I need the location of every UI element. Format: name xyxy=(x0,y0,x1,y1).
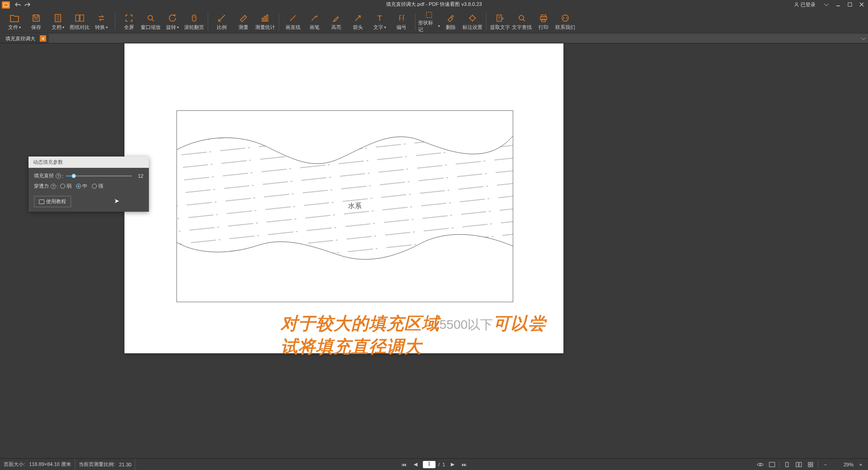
first-page-button[interactable]: ⏮ xyxy=(399,460,408,469)
tool-全屏[interactable]: 全屏 xyxy=(118,10,140,33)
tool-icon xyxy=(10,12,19,24)
tab-label: 填充直径调大 xyxy=(5,35,35,42)
maximize-button[interactable] xyxy=(845,1,854,8)
tool-icon xyxy=(424,10,434,19)
svg-rect-33 xyxy=(786,462,788,467)
pdf-page[interactable]: 水系 对于较大的填充区域5500以下可以尝试将填充直径调大 xyxy=(124,43,563,353)
tool-旋转[interactable]: 旋转▾ xyxy=(162,10,183,33)
tool-label: 高亮 xyxy=(331,24,341,31)
tool-文字查找[interactable]: 文字查找 xyxy=(511,10,533,33)
diameter-slider[interactable] xyxy=(66,173,132,179)
next-page-button[interactable]: ▶ xyxy=(448,460,457,469)
close-icon[interactable]: ✕ xyxy=(40,35,46,42)
svg-rect-38 xyxy=(808,465,810,467)
page-input[interactable]: 1 xyxy=(423,461,435,468)
tool-icon xyxy=(446,12,455,24)
tool-label: 提取文字 xyxy=(490,24,510,31)
pagesize-cell: 页面大小: 118.89×84.10 厘米 xyxy=(0,459,75,470)
tool-文字[interactable]: 文字▾ xyxy=(369,10,391,33)
tool-窗口缩放[interactable]: 窗口缩放 xyxy=(140,10,162,33)
svg-line-18 xyxy=(355,16,360,21)
tool-label: 滚轮翻页 xyxy=(184,24,204,31)
tool-文件[interactable]: 文件▾ xyxy=(4,10,25,33)
expand-toggle[interactable] xyxy=(859,34,868,43)
tool-编号[interactable]: 编号 xyxy=(391,10,412,33)
svg-point-10 xyxy=(148,15,153,20)
tool-画直线[interactable]: 画直线 xyxy=(282,10,304,33)
page-nav: ⏮ ◀ 1 / 1 ▶ ⏭ xyxy=(399,460,468,469)
tool-删除[interactable]: 删除 xyxy=(440,10,462,33)
tool-测量统计[interactable]: 测量统计 xyxy=(254,10,276,33)
help-icon[interactable]: ? xyxy=(56,173,61,179)
tool-滚轮翻页[interactable]: 滚轮翻页 xyxy=(183,10,205,33)
last-page-button[interactable]: ⏭ xyxy=(460,460,469,469)
panel-title: 动态填充参数 xyxy=(29,157,149,168)
tool-label: 形状标记▾ xyxy=(418,19,440,33)
tool-label: 文字查找 xyxy=(512,24,532,31)
statusbar: 页面大小: 118.89×84.10 厘米 当前页测量比例: 21.30 ⏮ ◀… xyxy=(0,458,868,470)
tool-label: 全屏 xyxy=(124,24,134,31)
tool-高亮[interactable]: 高亮 xyxy=(325,10,347,33)
radio-medium[interactable]: 中 xyxy=(76,183,87,190)
tool-icon xyxy=(397,12,406,24)
svg-rect-26 xyxy=(542,19,545,22)
zoom-value[interactable]: 29% xyxy=(833,462,854,467)
tool-icon xyxy=(353,12,362,24)
radio-weak[interactable]: 弱 xyxy=(60,183,72,190)
zoom-out-button[interactable]: − xyxy=(821,460,830,469)
tool-标注设置[interactable]: 标注设置 xyxy=(462,10,483,33)
tool-icon xyxy=(375,12,384,24)
tool-联系我们[interactable]: 联系我们 xyxy=(554,10,576,33)
workspace[interactable]: 点击或长按左键填充，空格键退回上一步，右键完成 水系 xyxy=(0,43,868,458)
tool-icon xyxy=(54,12,62,24)
force-label: 穿透力?: xyxy=(34,183,58,190)
login-status[interactable]: 已登录 xyxy=(794,1,816,8)
chevron-down-icon: ▾ xyxy=(177,25,179,29)
scale-cell: 当前页测量比例: 21.30 xyxy=(75,459,136,470)
tutorial-button[interactable]: 使用教程 xyxy=(34,196,71,207)
tool-保存[interactable]: 保存 xyxy=(25,10,47,33)
zoom-in-button[interactable]: + xyxy=(856,460,865,469)
tool-label: 图纸对比 xyxy=(70,24,90,31)
svg-rect-37 xyxy=(811,462,813,464)
view-grid-icon[interactable] xyxy=(806,460,815,469)
tool-icon xyxy=(539,12,548,24)
tool-测量[interactable]: 测量 xyxy=(233,10,254,33)
radio-strong[interactable]: 强 xyxy=(92,183,103,190)
tool-转换[interactable]: 转换▾ xyxy=(91,10,112,33)
tool-label: 转换▾ xyxy=(95,24,108,31)
view-double-icon[interactable] xyxy=(794,460,803,469)
undo-button[interactable] xyxy=(14,1,23,8)
tool-画笔[interactable]: 画笔 xyxy=(304,10,325,33)
fit-icon[interactable] xyxy=(768,460,777,469)
tool-label: 打印 xyxy=(539,24,548,31)
tool-比例[interactable]: 比例 xyxy=(211,10,233,33)
eye-icon[interactable] xyxy=(756,460,765,469)
tool-icon xyxy=(517,12,526,24)
redo-button[interactable] xyxy=(23,1,32,8)
svg-rect-19 xyxy=(426,12,432,18)
tool-文档[interactable]: 文档▾ xyxy=(47,10,69,33)
tool-icon xyxy=(146,12,155,24)
svg-line-11 xyxy=(152,19,154,21)
diameter-label: 填充直径?: xyxy=(34,172,63,179)
tool-label: 比例 xyxy=(217,24,227,31)
close-button[interactable] xyxy=(857,1,866,8)
prev-page-button[interactable]: ◀ xyxy=(411,460,420,469)
svg-rect-16 xyxy=(267,15,268,21)
document-tab[interactable]: 填充直径调大 ✕ xyxy=(0,34,49,43)
minimize-button[interactable] xyxy=(834,1,843,8)
help-icon[interactable]: ? xyxy=(51,184,56,189)
chevron-down-icon: ▾ xyxy=(19,25,21,29)
fill-params-panel[interactable]: 动态填充参数 填充直径?: 12 穿透力?: 弱 中 强 使用教程 xyxy=(29,157,149,212)
view-single-icon[interactable] xyxy=(782,460,792,469)
svg-rect-8 xyxy=(76,15,79,21)
tool-箭头[interactable]: 箭头 xyxy=(347,10,369,33)
tool-提取文字[interactable]: 提取文字 xyxy=(489,10,511,33)
cursor-icon: ➤ xyxy=(114,197,119,204)
tool-形状标记[interactable]: 形状标记▾ xyxy=(418,10,440,33)
tool-打印[interactable]: 打印 xyxy=(533,10,554,33)
tool-图纸对比[interactable]: 图纸对比 xyxy=(69,10,91,33)
menu-button[interactable] xyxy=(822,1,831,8)
tool-icon xyxy=(496,12,505,24)
